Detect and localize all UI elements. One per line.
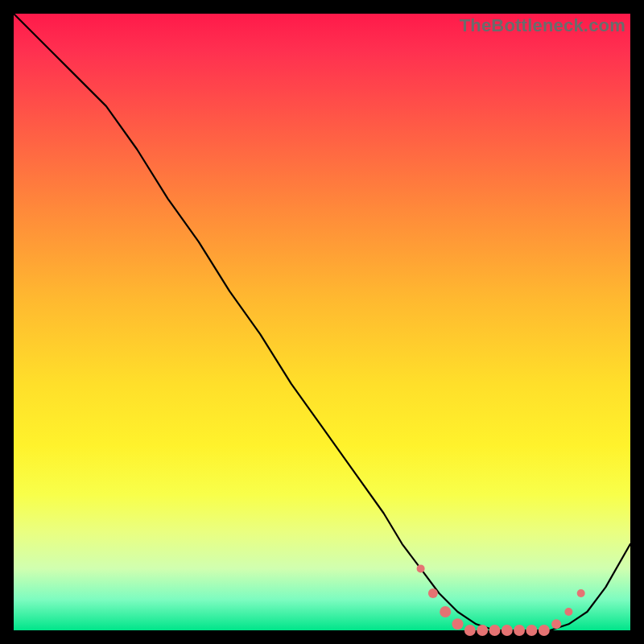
plot-area: TheBottleneck.com xyxy=(14,14,630,630)
trough-dot xyxy=(428,588,438,598)
trough-dot xyxy=(489,625,501,636)
trough-dots-group xyxy=(417,564,585,636)
trough-dot xyxy=(502,625,513,636)
trough-dot xyxy=(452,618,464,630)
curve-line xyxy=(14,14,630,630)
trough-dot xyxy=(577,589,585,597)
trough-dot xyxy=(440,606,451,617)
trough-dot xyxy=(551,619,561,629)
trough-dot xyxy=(464,625,476,636)
chart-overlay xyxy=(14,14,630,630)
trough-dot xyxy=(539,625,550,636)
trough-dot xyxy=(514,625,525,636)
trough-dot xyxy=(564,608,572,616)
trough-dot xyxy=(526,625,537,636)
trough-dot xyxy=(477,625,488,636)
trough-dot xyxy=(417,564,425,572)
chart-frame: TheBottleneck.com xyxy=(0,0,644,644)
